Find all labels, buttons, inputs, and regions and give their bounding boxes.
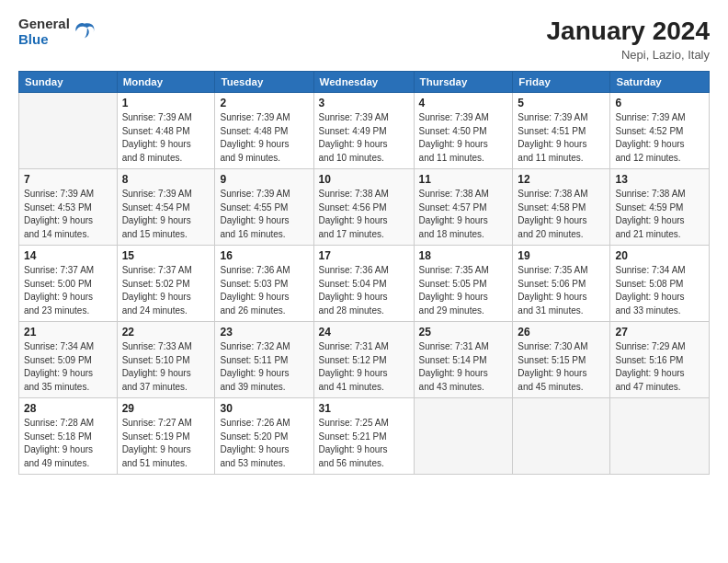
calendar-cell: 27Sunrise: 7:29 AMSunset: 5:16 PMDayligh… — [610, 322, 710, 398]
calendar-cell: 5Sunrise: 7:39 AMSunset: 4:51 PMDaylight… — [513, 93, 610, 169]
day-number: 1 — [122, 97, 210, 109]
week-row-5: 28Sunrise: 7:28 AMSunset: 5:18 PMDayligh… — [19, 398, 710, 475]
day-header-thursday: Thursday — [414, 72, 513, 93]
day-number: 22 — [122, 326, 210, 339]
calendar-cell: 20Sunrise: 7:34 AMSunset: 5:08 PMDayligh… — [610, 246, 710, 322]
day-number: 2 — [220, 97, 308, 109]
calendar-cell: 26Sunrise: 7:30 AMSunset: 5:15 PMDayligh… — [513, 322, 610, 398]
day-info: Sunrise: 7:29 AMSunset: 5:16 PMDaylight:… — [615, 340, 704, 394]
title-block: January 2024 Nepi, Lazio, Italy — [547, 17, 710, 62]
day-info: Sunrise: 7:39 AMSunset: 4:48 PMDaylight:… — [220, 111, 308, 165]
calendar-cell: 31Sunrise: 7:25 AMSunset: 5:21 PMDayligh… — [313, 398, 414, 475]
calendar-cell — [610, 398, 710, 475]
day-number: 19 — [518, 249, 605, 262]
day-info: Sunrise: 7:39 AMSunset: 4:55 PMDaylight:… — [220, 188, 308, 241]
day-number: 6 — [615, 97, 704, 109]
calendar-cell: 30Sunrise: 7:26 AMSunset: 5:20 PMDayligh… — [215, 398, 313, 475]
calendar-cell — [19, 93, 118, 169]
day-info: Sunrise: 7:33 AMSunset: 5:10 PMDaylight:… — [122, 340, 210, 394]
week-row-1: 1Sunrise: 7:39 AMSunset: 4:48 PMDaylight… — [19, 93, 710, 169]
day-info: Sunrise: 7:39 AMSunset: 4:48 PMDaylight:… — [122, 111, 210, 165]
calendar-cell: 7Sunrise: 7:39 AMSunset: 4:53 PMDaylight… — [19, 169, 118, 246]
calendar-cell: 14Sunrise: 7:37 AMSunset: 5:00 PMDayligh… — [19, 246, 118, 322]
calendar-cell: 2Sunrise: 7:39 AMSunset: 4:48 PMDaylight… — [215, 93, 313, 169]
day-info: Sunrise: 7:32 AMSunset: 5:11 PMDaylight:… — [220, 340, 308, 394]
calendar-table: SundayMondayTuesdayWednesdayThursdayFrid… — [18, 71, 710, 475]
day-info: Sunrise: 7:37 AMSunset: 5:00 PMDaylight:… — [24, 264, 112, 317]
day-number: 31 — [319, 402, 409, 415]
logo-blue: Blue — [18, 32, 70, 48]
day-header-monday: Monday — [117, 72, 215, 93]
day-number: 14 — [24, 249, 112, 262]
day-info: Sunrise: 7:39 AMSunset: 4:53 PMDaylight:… — [24, 188, 112, 241]
day-header-saturday: Saturday — [610, 72, 710, 93]
calendar-cell: 19Sunrise: 7:35 AMSunset: 5:06 PMDayligh… — [513, 246, 610, 322]
day-number: 11 — [419, 173, 508, 186]
day-info: Sunrise: 7:39 AMSunset: 4:51 PMDaylight:… — [518, 111, 605, 165]
day-info: Sunrise: 7:38 AMSunset: 4:57 PMDaylight:… — [419, 188, 508, 241]
calendar-cell: 9Sunrise: 7:39 AMSunset: 4:55 PMDaylight… — [215, 169, 313, 246]
calendar-cell: 13Sunrise: 7:38 AMSunset: 4:59 PMDayligh… — [610, 169, 710, 246]
day-info: Sunrise: 7:26 AMSunset: 5:20 PMDaylight:… — [220, 417, 308, 470]
day-info: Sunrise: 7:39 AMSunset: 4:54 PMDaylight:… — [122, 188, 210, 241]
calendar-cell — [513, 398, 610, 475]
day-number: 24 — [319, 326, 409, 339]
day-header-sunday: Sunday — [19, 72, 118, 93]
calendar-cell: 3Sunrise: 7:39 AMSunset: 4:49 PMDaylight… — [313, 93, 414, 169]
calendar-cell: 8Sunrise: 7:39 AMSunset: 4:54 PMDaylight… — [117, 169, 215, 246]
week-row-3: 14Sunrise: 7:37 AMSunset: 5:00 PMDayligh… — [19, 246, 710, 322]
calendar-cell: 4Sunrise: 7:39 AMSunset: 4:50 PMDaylight… — [414, 93, 513, 169]
day-number: 21 — [24, 326, 112, 339]
calendar-cell: 24Sunrise: 7:31 AMSunset: 5:12 PMDayligh… — [313, 322, 414, 398]
day-number: 4 — [419, 97, 508, 109]
header-row: SundayMondayTuesdayWednesdayThursdayFrid… — [19, 72, 710, 93]
day-info: Sunrise: 7:28 AMSunset: 5:18 PMDaylight:… — [24, 417, 112, 470]
day-info: Sunrise: 7:36 AMSunset: 5:04 PMDaylight:… — [319, 264, 409, 317]
calendar-cell: 18Sunrise: 7:35 AMSunset: 5:05 PMDayligh… — [414, 246, 513, 322]
calendar-cell: 15Sunrise: 7:37 AMSunset: 5:02 PMDayligh… — [117, 246, 215, 322]
day-header-friday: Friday — [513, 72, 610, 93]
day-number: 25 — [419, 326, 508, 339]
calendar-cell: 25Sunrise: 7:31 AMSunset: 5:14 PMDayligh… — [414, 322, 513, 398]
day-header-wednesday: Wednesday — [313, 72, 414, 93]
week-row-4: 21Sunrise: 7:34 AMSunset: 5:09 PMDayligh… — [19, 322, 710, 398]
day-header-tuesday: Tuesday — [215, 72, 313, 93]
calendar-cell: 17Sunrise: 7:36 AMSunset: 5:04 PMDayligh… — [313, 246, 414, 322]
calendar-cell: 12Sunrise: 7:38 AMSunset: 4:58 PMDayligh… — [513, 169, 610, 246]
day-info: Sunrise: 7:35 AMSunset: 5:05 PMDaylight:… — [419, 264, 508, 317]
calendar-cell: 6Sunrise: 7:39 AMSunset: 4:52 PMDaylight… — [610, 93, 710, 169]
calendar-cell: 11Sunrise: 7:38 AMSunset: 4:57 PMDayligh… — [414, 169, 513, 246]
month-title: January 2024 — [547, 17, 710, 46]
day-info: Sunrise: 7:39 AMSunset: 4:50 PMDaylight:… — [419, 111, 508, 165]
day-info: Sunrise: 7:34 AMSunset: 5:09 PMDaylight:… — [24, 340, 112, 394]
day-info: Sunrise: 7:37 AMSunset: 5:02 PMDaylight:… — [122, 264, 210, 317]
day-number: 23 — [220, 326, 308, 339]
day-info: Sunrise: 7:38 AMSunset: 4:59 PMDaylight:… — [615, 188, 704, 241]
day-number: 7 — [24, 173, 112, 186]
calendar-cell: 10Sunrise: 7:38 AMSunset: 4:56 PMDayligh… — [313, 169, 414, 246]
calendar-cell: 1Sunrise: 7:39 AMSunset: 4:48 PMDaylight… — [117, 93, 215, 169]
day-number: 26 — [518, 326, 605, 339]
day-number: 30 — [220, 402, 308, 415]
logo-bird-icon — [72, 19, 97, 45]
day-number: 17 — [319, 249, 409, 262]
day-info: Sunrise: 7:27 AMSunset: 5:19 PMDaylight:… — [122, 417, 210, 470]
header: General Blue January 2024 Nepi, Lazio, I… — [18, 17, 710, 62]
day-number: 13 — [615, 173, 704, 186]
day-info: Sunrise: 7:35 AMSunset: 5:06 PMDaylight:… — [518, 264, 605, 317]
day-number: 15 — [122, 249, 210, 262]
day-info: Sunrise: 7:39 AMSunset: 4:49 PMDaylight:… — [319, 111, 409, 165]
day-number: 28 — [24, 402, 112, 415]
day-number: 29 — [122, 402, 210, 415]
calendar-cell: 21Sunrise: 7:34 AMSunset: 5:09 PMDayligh… — [19, 322, 118, 398]
calendar-cell: 16Sunrise: 7:36 AMSunset: 5:03 PMDayligh… — [215, 246, 313, 322]
location: Nepi, Lazio, Italy — [547, 48, 710, 62]
day-number: 5 — [518, 97, 605, 109]
calendar-cell — [414, 398, 513, 475]
day-info: Sunrise: 7:38 AMSunset: 4:58 PMDaylight:… — [518, 188, 605, 241]
day-number: 10 — [319, 173, 409, 186]
day-number: 3 — [319, 97, 409, 109]
page: General Blue January 2024 Nepi, Lazio, I… — [0, 0, 728, 563]
calendar-cell: 29Sunrise: 7:27 AMSunset: 5:19 PMDayligh… — [117, 398, 215, 475]
day-number: 16 — [220, 249, 308, 262]
